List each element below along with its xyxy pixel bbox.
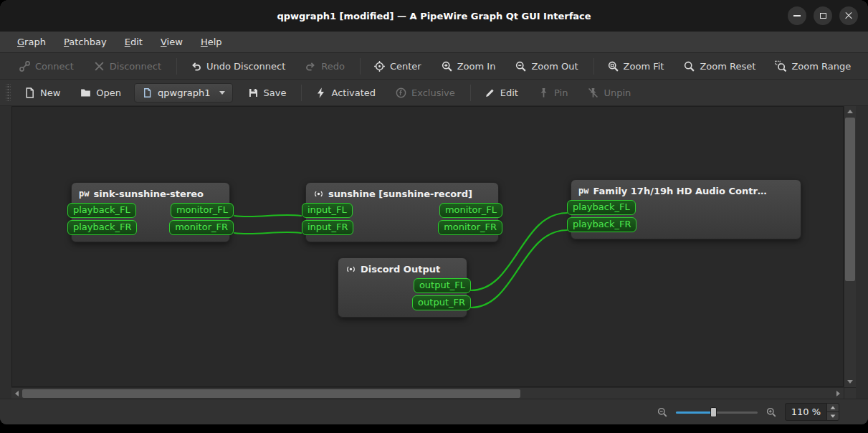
window-title: qpwgraph1 [modified] — A PipeWire Graph … xyxy=(277,11,591,22)
menu-graph[interactable]: Graph xyxy=(10,32,53,52)
open-button[interactable]: Open xyxy=(73,82,128,103)
minimize-button[interactable] xyxy=(788,6,806,25)
port-output[interactable]: monitor_FL xyxy=(439,203,502,218)
node-sink-sunshine-stereo[interactable]: pw sink-sunshine-stereo playback_FL play… xyxy=(71,182,230,242)
connect-button[interactable]: Connect xyxy=(12,55,80,77)
pin-button[interactable]: Pin xyxy=(531,82,574,103)
port-output[interactable]: monitor_FR xyxy=(169,220,234,235)
menu-view[interactable]: View xyxy=(153,32,190,52)
activated-lightning-icon xyxy=(315,87,327,99)
scroll-right-arrow[interactable] xyxy=(833,388,844,399)
edit-label: Edit xyxy=(500,87,518,98)
zoom-slider-handle[interactable] xyxy=(710,407,717,417)
undo-icon xyxy=(190,60,202,72)
patchbay-profile-combo[interactable]: qpwgraph1 xyxy=(134,83,232,103)
new-button[interactable]: New xyxy=(17,82,67,103)
port-output[interactable]: monitor_FL xyxy=(171,203,234,218)
open-label: Open xyxy=(96,87,121,98)
connection-wire[interactable] xyxy=(234,215,301,217)
toolbar-separator xyxy=(360,58,361,75)
chevron-down-icon xyxy=(219,91,225,95)
zoom-out-icon xyxy=(515,60,527,72)
edit-pencil-icon xyxy=(484,87,496,99)
redo-label: Redo xyxy=(321,61,345,72)
toolbar-drag-handle[interactable] xyxy=(6,84,11,101)
scroll-down-arrow[interactable] xyxy=(844,376,856,387)
patchbay-file-icon xyxy=(142,87,153,98)
minimize-icon xyxy=(793,15,801,16)
zoom-slider-fill xyxy=(676,411,713,414)
zoom-slider[interactable] xyxy=(676,406,758,419)
titlebar[interactable]: qpwgraph1 [modified] — A PipeWire Graph … xyxy=(0,0,868,32)
port-input[interactable]: playback_FR xyxy=(67,220,137,235)
scroll-left-arrow[interactable] xyxy=(11,388,22,399)
zoom-spinbox[interactable]: 110 % xyxy=(785,403,839,421)
wires-layer xyxy=(12,107,843,386)
port-output[interactable]: monitor_FR xyxy=(438,220,502,235)
zoom-range-button[interactable]: Zoom Range xyxy=(768,55,857,77)
zoom-out-small-icon[interactable] xyxy=(657,406,668,418)
zoom-slider-track[interactable] xyxy=(676,411,758,414)
activated-label: Activated xyxy=(331,87,376,98)
save-button[interactable]: Save xyxy=(241,82,293,103)
edit-button[interactable]: Edit xyxy=(477,82,525,103)
menu-patchbay[interactable]: Patchbay xyxy=(57,32,114,52)
statusbar: 110 % xyxy=(0,399,868,424)
save-label: Save xyxy=(264,87,287,98)
port-input[interactable]: playback_FL xyxy=(67,203,136,218)
horizontal-scrollbar-handle[interactable] xyxy=(22,389,520,398)
close-icon xyxy=(844,11,853,20)
zoom-out-button[interactable]: Zoom Out xyxy=(508,55,584,77)
menubar: Graph Patchbay Edit View Help xyxy=(0,32,868,53)
port-input[interactable]: input_FL xyxy=(302,203,353,218)
port-input[interactable]: playback_FR xyxy=(567,217,636,232)
zoom-out-label: Zoom Out xyxy=(531,61,578,72)
port-input[interactable]: playback_FL xyxy=(567,200,636,215)
node-sunshine-record[interactable]: sunshine [sunshine-record] input_FL inpu… xyxy=(305,182,499,242)
port-output[interactable]: output_FL xyxy=(414,278,471,293)
toolbar-graph: Connect Disconnect Undo Disconnect Redo xyxy=(0,53,868,80)
vertical-scrollbar[interactable] xyxy=(844,106,856,387)
canvas-right-margin xyxy=(856,387,868,399)
zoom-fit-button[interactable]: Zoom Fit xyxy=(601,55,671,77)
node-title: Discord Output xyxy=(361,264,440,275)
port-output[interactable]: output_FR xyxy=(412,295,471,310)
port-input[interactable]: input_FR xyxy=(302,220,353,235)
unpin-button[interactable]: Unpin xyxy=(581,82,637,103)
spin-up-button[interactable] xyxy=(827,404,839,412)
zoom-in-button[interactable]: Zoom In xyxy=(434,55,502,77)
vertical-scrollbar-handle[interactable] xyxy=(845,118,855,281)
node-discord-output[interactable]: Discord Output output_FL output_FR xyxy=(338,257,467,318)
horizontal-scrollbar[interactable] xyxy=(11,387,844,399)
close-button[interactable] xyxy=(839,6,858,25)
exclusive-icon xyxy=(395,87,407,99)
maximize-button[interactable] xyxy=(814,6,832,25)
connection-wire[interactable] xyxy=(234,232,301,234)
redo-button[interactable]: Redo xyxy=(298,55,351,77)
zoom-reset-icon xyxy=(683,60,695,72)
menu-help[interactable]: Help xyxy=(194,32,229,52)
zoom-reset-button[interactable]: Zoom Reset xyxy=(677,55,762,77)
pipewire-icon: pw xyxy=(578,186,588,195)
center-label: Center xyxy=(390,61,421,72)
pipewire-icon: pw xyxy=(79,189,89,198)
graph-canvas[interactable]: pw sink-sunshine-stereo playback_FL play… xyxy=(11,106,844,387)
node-family-hd-audio[interactable]: pw Family 17h/19h HD Audio Contr… playba… xyxy=(571,179,801,239)
toolbar-separator xyxy=(301,85,302,101)
undo-button[interactable]: Undo Disconnect xyxy=(183,55,292,77)
node-title: sink-sunshine-stereo xyxy=(93,189,204,199)
activated-button[interactable]: Activated xyxy=(308,82,382,103)
zoom-in-small-icon[interactable] xyxy=(766,406,777,418)
scroll-up-arrow[interactable] xyxy=(844,106,856,117)
zoom-range-label: Zoom Range xyxy=(791,61,851,72)
spin-down-button[interactable] xyxy=(827,412,839,420)
center-button[interactable]: Center xyxy=(367,55,428,77)
toolbar-separator xyxy=(176,58,177,75)
maximize-icon xyxy=(820,13,826,19)
disconnect-button[interactable]: Disconnect xyxy=(87,55,168,77)
open-folder-icon xyxy=(80,87,92,99)
new-label: New xyxy=(40,87,60,98)
menu-edit[interactable]: Edit xyxy=(118,32,150,52)
zoom-fit-label: Zoom Fit xyxy=(624,61,664,72)
exclusive-button[interactable]: Exclusive xyxy=(388,82,462,103)
